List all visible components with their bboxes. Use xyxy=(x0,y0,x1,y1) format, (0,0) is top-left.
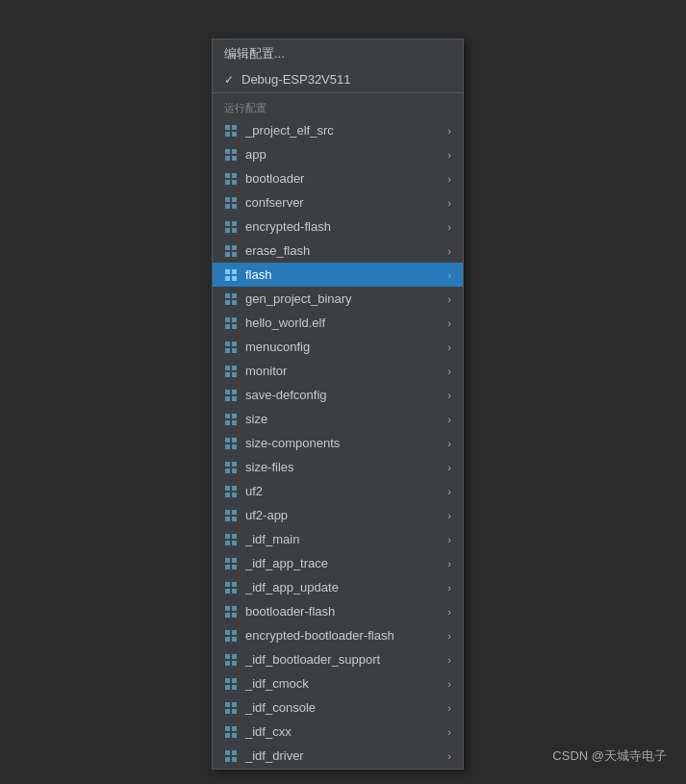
svg-rect-61 xyxy=(232,438,237,443)
submenu-arrow-icon: › xyxy=(447,582,451,594)
menu-item-label: hello_world.elf xyxy=(245,316,440,330)
svg-rect-65 xyxy=(232,462,237,467)
svg-rect-60 xyxy=(225,438,230,443)
menu-item-label: _idf_app_trace xyxy=(245,556,440,570)
svg-rect-74 xyxy=(225,517,230,521)
svg-rect-53 xyxy=(232,390,237,394)
menu-item-label: _idf_bootloader_support xyxy=(245,652,440,667)
svg-rect-62 xyxy=(225,444,230,449)
menu-item-label: encrypted-bootloader-flash xyxy=(245,628,440,643)
menu-item-_idf_cmock[interactable]: _idf_cmock› xyxy=(213,671,463,695)
menu-item-flash[interactable]: flash› xyxy=(213,263,463,287)
svg-rect-59 xyxy=(232,420,237,425)
submenu-arrow-icon: › xyxy=(447,173,451,185)
menu-item-size-components[interactable]: size-components› xyxy=(213,431,463,455)
check-icon: ✓ xyxy=(224,73,234,87)
svg-rect-107 xyxy=(232,709,237,714)
submenu-arrow-icon: › xyxy=(447,221,451,233)
menu-item-label: app xyxy=(245,147,440,162)
svg-rect-71 xyxy=(232,493,237,497)
menu-items-list: _project_elf_src› app› bootloader› confs… xyxy=(213,118,463,770)
grid-icon xyxy=(224,749,238,763)
svg-rect-102 xyxy=(225,685,230,690)
menu-item-gen_project_binary[interactable]: gen_project_binary› xyxy=(213,287,463,311)
svg-rect-55 xyxy=(232,396,237,401)
svg-rect-66 xyxy=(225,468,230,473)
submenu-arrow-icon: › xyxy=(447,750,451,762)
menu-item-app[interactable]: app› xyxy=(213,142,463,166)
svg-rect-30 xyxy=(225,252,230,257)
edit-config-item[interactable]: 编辑配置... xyxy=(213,39,463,68)
menu-item-label: gen_project_binary xyxy=(245,291,440,306)
svg-rect-57 xyxy=(232,414,237,418)
svg-rect-11 xyxy=(232,132,237,137)
svg-rect-98 xyxy=(225,661,230,666)
grid-icon xyxy=(224,629,238,643)
svg-rect-85 xyxy=(232,582,237,587)
svg-rect-21 xyxy=(232,197,237,202)
current-config-item[interactable]: ✓ Debug-ESP32V511 xyxy=(213,68,463,90)
grid-icon xyxy=(224,677,238,691)
menu-item-_idf_app_update[interactable]: _idf_app_update› xyxy=(213,575,463,599)
svg-rect-56 xyxy=(225,414,230,418)
menu-item-monitor[interactable]: monitor› xyxy=(213,359,463,383)
svg-rect-9 xyxy=(232,125,237,130)
menu-item-_idf_cxx[interactable]: _idf_cxx› xyxy=(213,720,463,744)
svg-rect-45 xyxy=(232,341,237,346)
svg-rect-94 xyxy=(225,637,230,642)
menu-item-menuconfig[interactable]: menuconfig› xyxy=(213,335,463,359)
grid-icon xyxy=(224,172,238,186)
menu-item-label: flash xyxy=(245,267,440,282)
menu-item-save-defconfig[interactable]: save-defconfig› xyxy=(213,383,463,407)
menu-item-encrypted-bootloader-flash[interactable]: encrypted-bootloader-flash› xyxy=(213,623,463,647)
menu-item-erase_flash[interactable]: erase_flash› xyxy=(213,239,463,263)
menu-item-project_elf_src[interactable]: _project_elf_src› xyxy=(213,118,463,142)
menu-item-size[interactable]: size› xyxy=(213,407,463,431)
submenu-arrow-icon: › xyxy=(447,462,451,473)
svg-rect-10 xyxy=(225,132,230,137)
grid-icon xyxy=(224,581,238,594)
menu-item-size-files[interactable]: size-files› xyxy=(213,455,463,479)
svg-rect-80 xyxy=(225,558,230,563)
menu-item-encrypted-flash[interactable]: encrypted-flash› xyxy=(213,215,463,239)
submenu-arrow-icon: › xyxy=(447,438,451,449)
menu-item-bootloader-flash[interactable]: bootloader-flash› xyxy=(213,599,463,623)
menu-item-_idf_app_trace[interactable]: _idf_app_trace› xyxy=(213,551,463,575)
menu-item-_idf_bootloader_support[interactable]: _idf_bootloader_support› xyxy=(213,647,463,671)
grid-icon xyxy=(224,124,238,138)
svg-rect-52 xyxy=(225,390,230,394)
submenu-arrow-icon: › xyxy=(447,293,451,305)
svg-rect-115 xyxy=(232,757,237,762)
grid-icon xyxy=(224,653,238,667)
svg-rect-100 xyxy=(225,678,230,683)
menu-item-_idf_console[interactable]: _idf_console› xyxy=(213,695,463,720)
svg-rect-37 xyxy=(232,293,237,298)
menu-item-hello_world.elf[interactable]: hello_world.elf› xyxy=(213,311,463,335)
svg-rect-22 xyxy=(225,204,230,209)
svg-rect-25 xyxy=(232,221,237,226)
svg-rect-75 xyxy=(232,517,237,521)
menu-item-uf2[interactable]: uf2› xyxy=(213,479,463,503)
svg-rect-97 xyxy=(232,654,237,659)
svg-rect-86 xyxy=(225,589,230,594)
menu-item-label: confserver xyxy=(245,195,440,210)
menu-item-label: uf2-app xyxy=(245,508,440,522)
menu-item-confserver[interactable]: confserver› xyxy=(213,190,463,215)
menu-item-_idf_efuse[interactable]: _idf_efuse› xyxy=(213,768,463,770)
menu-item-label: uf2 xyxy=(245,484,440,498)
svg-rect-103 xyxy=(232,685,237,690)
svg-rect-84 xyxy=(225,582,230,587)
svg-rect-67 xyxy=(232,468,237,473)
submenu-arrow-icon: › xyxy=(447,702,451,714)
svg-rect-29 xyxy=(232,245,237,250)
submenu-arrow-icon: › xyxy=(447,678,451,690)
svg-rect-19 xyxy=(232,180,237,185)
menu-item-_idf_main[interactable]: _idf_main› xyxy=(213,527,463,551)
menu-item-uf2-app[interactable]: uf2-app› xyxy=(213,503,463,527)
watermark: CSDN @天城寺电子 xyxy=(552,747,667,765)
svg-rect-33 xyxy=(232,269,237,274)
svg-rect-70 xyxy=(225,493,230,497)
menu-item-label: bootloader-flash xyxy=(245,604,440,619)
menu-item-_idf_driver[interactable]: _idf_driver› xyxy=(213,744,463,768)
menu-item-bootloader[interactable]: bootloader› xyxy=(213,166,463,190)
